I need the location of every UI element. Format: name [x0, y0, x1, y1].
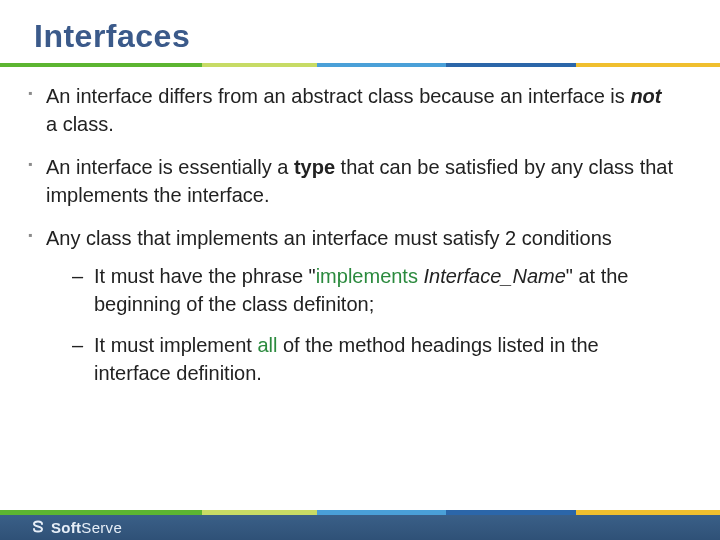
- keyword-all: all: [257, 334, 277, 356]
- text: It must have the phrase ": [94, 265, 316, 287]
- slide-footer: SoftServe: [0, 510, 720, 540]
- interface-name: Interface_Name: [424, 265, 566, 287]
- logo-s-icon: [30, 520, 46, 536]
- text: It must implement: [94, 334, 257, 356]
- brand-part-a: Soft: [51, 519, 81, 536]
- bullet-item: An interface is essentially a type that …: [28, 154, 676, 209]
- sub-list: It must have the phrase "implements Inte…: [46, 263, 676, 387]
- brand-part-b: Serve: [81, 519, 122, 536]
- text: An interface differs from an abstract cl…: [46, 85, 630, 107]
- keyword-implements: implements: [316, 265, 418, 287]
- emphasis-not: not: [630, 85, 661, 107]
- bullet-item: Any class that implements an interface m…: [28, 225, 676, 387]
- emphasis-type: type: [294, 156, 335, 178]
- footer-stripe: [0, 510, 720, 515]
- brand-text: SoftServe: [51, 519, 122, 536]
- slide-content: An interface differs from an abstract cl…: [0, 67, 720, 387]
- sub-item: It must implement all of the method head…: [46, 332, 676, 387]
- text: Any class that implements an interface m…: [46, 227, 612, 249]
- text: An interface is essentially a: [46, 156, 294, 178]
- footer-band: SoftServe: [0, 510, 720, 540]
- sub-item: It must have the phrase "implements Inte…: [46, 263, 676, 318]
- slide: Interfaces An interface differs from an …: [0, 0, 720, 540]
- text: a class.: [46, 113, 114, 135]
- brand-logo: SoftServe: [30, 519, 122, 536]
- slide-title: Interfaces: [0, 0, 720, 63]
- bullet-item: An interface differs from an abstract cl…: [28, 83, 676, 138]
